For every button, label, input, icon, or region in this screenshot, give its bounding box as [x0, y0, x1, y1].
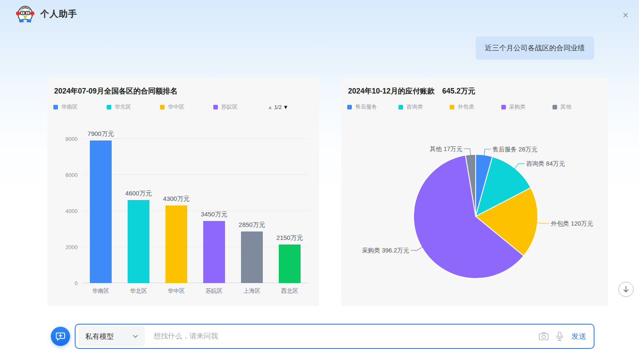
bar-column: 2150万元: [271, 139, 309, 283]
y-axis-tick-label: 2000: [56, 244, 78, 250]
bar-x-axis-labels: 华南区华北区华中区苏皖区上海区西北区: [82, 287, 309, 295]
legend-swatch: [160, 105, 165, 109]
legend-page-indicator: 1/2: [274, 104, 282, 110]
legend-label: 苏皖区: [221, 103, 238, 111]
bar-column: 4300万元: [157, 139, 195, 283]
arrow-down-icon: [623, 286, 629, 293]
pie-chart-card: 2024年10-12月的应付账款645.2万元 售后服务咨询类外包类采购类其他 …: [341, 78, 608, 306]
legend-item-华中区[interactable]: 华中区: [160, 103, 213, 111]
message-input[interactable]: [154, 332, 539, 341]
bar-value-label: 4600万元: [125, 190, 152, 198]
pie-label-外包类: 外包类 120万元: [551, 220, 593, 227]
bar-华南区[interactable]: [90, 140, 112, 283]
bar-chart-title: 2024年07-09月全国各区的合同额排名: [54, 86, 178, 96]
x-axis-label-上海区: 上海区: [233, 287, 271, 295]
assistant-logo-icon: [16, 4, 34, 23]
scroll-to-bottom-button[interactable]: [618, 282, 634, 297]
bar-value-label: 2150万元: [276, 234, 303, 242]
legend-item-苏皖区[interactable]: 苏皖区: [213, 103, 267, 111]
app-title: 个人助手: [40, 8, 77, 20]
legend-label: 华南区: [61, 103, 78, 111]
bar-chart-legend: 华南区华北区华中区苏皖区▲1/2▼: [53, 103, 315, 111]
composer-bar: 私有模型 发送: [75, 324, 594, 349]
pie-label-line: [514, 164, 524, 169]
microphone-icon[interactable]: [555, 331, 565, 341]
chat-plus-icon: [55, 331, 65, 341]
bar-华北区[interactable]: [128, 200, 149, 283]
model-select-value: 私有模型: [85, 332, 114, 341]
bar-chart-card: 2024年07-09月全国各区的合同额排名 华南区华北区华中区苏皖区▲1/2▼ …: [47, 78, 319, 306]
bar-column: 7900万元: [82, 139, 120, 283]
legend-item-华南区[interactable]: 华南区: [53, 103, 107, 111]
model-select-dropdown[interactable]: 私有模型: [79, 326, 145, 346]
legend-page-down-icon[interactable]: ▼: [283, 104, 288, 110]
app-header: 个人助手 ×: [0, 0, 639, 28]
legend-label: 华北区: [115, 103, 131, 111]
bar-value-label: 7900万元: [87, 130, 114, 138]
camera-icon[interactable]: [539, 331, 549, 341]
bar-华中区[interactable]: [165, 205, 187, 283]
x-axis-label-华中区: 华中区: [157, 287, 195, 295]
pie-label-采购类: 采购类 396.2万元: [362, 247, 409, 254]
pie-label-售后服务: 售后服务 28万元: [492, 146, 537, 153]
bar-plot: 020004000600080007900万元4600万元4300万元3450万…: [82, 139, 309, 283]
x-axis-label-华北区: 华北区: [120, 287, 157, 295]
bar-column: 4600万元: [120, 139, 157, 283]
send-button[interactable]: 发送: [571, 331, 586, 341]
bar-西北区[interactable]: [279, 244, 301, 283]
bar-苏皖区[interactable]: [203, 221, 225, 283]
legend-swatch: [53, 105, 58, 109]
legend-swatch: [107, 105, 111, 109]
y-axis-tick-label: 8000: [56, 136, 78, 142]
bar-value-label: 3450万元: [201, 211, 227, 218]
bar-column: 2850万元: [233, 139, 271, 283]
close-icon[interactable]: ×: [619, 8, 632, 22]
pie-chart-total: 645.2万元: [442, 87, 475, 95]
bars-row: 7900万元4600万元4300万元3450万元2850万元2150万元: [82, 139, 309, 283]
pie-chart-title-text: 2024年10-12月的应付账款: [348, 87, 435, 95]
pie-label-咨询类: 咨询类 84万元: [526, 160, 565, 167]
bar-value-label: 4300万元: [163, 195, 189, 203]
pie-chart: 售后服务 28万元咨询类 84万元外包类 120万元采购类 396.2万元其他 …: [341, 102, 608, 286]
bar-value-label: 2850万元: [238, 221, 265, 229]
chevron-down-icon: [133, 335, 138, 338]
x-axis-label-华南区: 华南区: [82, 287, 120, 295]
legend-page-up-icon[interactable]: ▲: [267, 104, 273, 110]
legend-swatch: [213, 105, 218, 109]
pie-label-其他: 其他 17万元: [429, 146, 462, 152]
new-chat-button[interactable]: [51, 327, 70, 346]
legend-label: 华中区: [168, 103, 184, 111]
x-axis-label-苏皖区: 苏皖区: [195, 287, 233, 295]
y-axis-tick-label: 4000: [56, 208, 78, 214]
legend-pager: ▲1/2▼: [267, 104, 288, 110]
x-axis-label-西北区: 西北区: [271, 287, 309, 295]
pie-chart-title: 2024年10-12月的应付账款645.2万元: [348, 86, 475, 96]
y-axis-tick-label: 0: [56, 280, 78, 286]
pie-label-line: [537, 223, 549, 224]
y-axis-tick-label: 6000: [56, 172, 78, 178]
legend-item-华北区[interactable]: 华北区: [107, 103, 160, 111]
bar-column: 3450万元: [195, 139, 233, 283]
user-message-bubble: 近三个月公司各战区的合同业绩: [476, 36, 594, 60]
bar-上海区[interactable]: [241, 231, 263, 283]
pie-label-line: [411, 247, 423, 250]
